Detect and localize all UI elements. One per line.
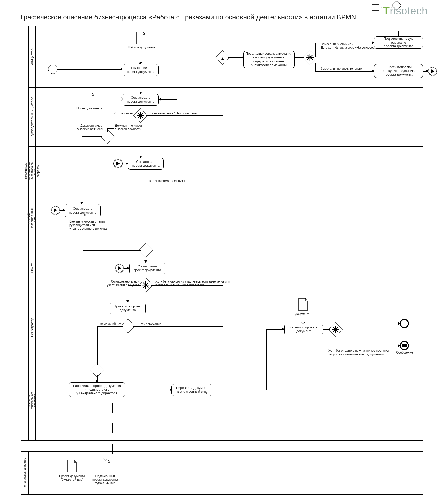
doc-draft-icon xyxy=(84,92,95,106)
lane-registrar: Регистратор Проверить проект документа З… xyxy=(28,295,423,359)
pool-label: Генеральный директор xyxy=(23,458,26,488)
link-catch-lawyer xyxy=(115,264,124,273)
cond-has-remarks: Есть замечания / Не согласовано xyxy=(150,112,199,115)
task-new-revision: Подготовить новую редакцию проекта докум… xyxy=(374,36,423,49)
cond-any-visa: Вне зависимости от визы xyxy=(148,179,186,183)
cond-no-remarks: Замечаний нет xyxy=(100,322,122,326)
task-approve-lawyer: Согласовать проект документа xyxy=(129,263,165,274)
lane-deputy: Заместитель генерального директора по об… xyxy=(28,147,423,195)
lane-label: Руководитель инициатора xyxy=(30,97,34,137)
lane-manager: Руководитель инициатора Проект документа… xyxy=(28,88,423,147)
logo: Trisotech xyxy=(383,5,428,17)
cond-any-visa-long: Вне зависимости от визы руководителя или… xyxy=(69,220,107,230)
lane-label: Инициатор xyxy=(30,48,34,65)
msg-label: Сообщение xyxy=(396,351,413,354)
multi-instance-marker: ||| ⊞ xyxy=(79,213,86,216)
task-to-electronic: Перевести документ в электронный вид xyxy=(171,384,212,396)
link-catch-collegial xyxy=(51,206,60,215)
task-approve-deputy: Согласовать проект документа xyxy=(128,158,164,170)
lane-label: Особый коллегиальный орган xyxy=(27,208,36,228)
lane-label: Секретарь генерального директора xyxy=(27,392,36,409)
task-check: Проверить проект документа xyxy=(110,303,146,314)
doc-signed-paper-icon xyxy=(100,459,111,473)
cond-one-remark: Хотя бы у одного из участников есть заме… xyxy=(155,280,231,287)
lane-secretary: Секретарь генерального директора Распеча… xyxy=(28,359,423,441)
cond-all-agreed: Согласовано всеми участниками процесса xyxy=(106,280,140,287)
page-title: Графическое описание бизнес-процесса «Ра… xyxy=(21,13,356,21)
doc-draft-label: Проект документа xyxy=(76,107,102,110)
link-catch-deputy xyxy=(113,159,123,168)
task-analyze: Проанализировать замечания к проекту док… xyxy=(243,51,295,68)
lane-collegial: Особый коллегиальный орган Согласовать п… xyxy=(28,195,423,241)
task-prepare: Подготовить проект документа xyxy=(123,64,159,76)
cond-agreed: Согласовано xyxy=(114,112,133,115)
link-throw-event xyxy=(428,67,437,76)
doc-signed-paper-label: Подписанный проект документа (бумажный в… xyxy=(92,474,118,485)
cond-has-remarks2: Есть замечания xyxy=(138,322,162,326)
cond-low-importance: Документ не имеет высокой важности xyxy=(114,124,143,131)
lane-initiator: Инициатор Шаблон документа Подготовить п… xyxy=(28,26,423,88)
pool-label-col xyxy=(21,26,29,440)
doc-document-icon xyxy=(298,298,308,311)
doc-paper-draft-icon xyxy=(67,459,77,473)
page: Графическое описание бизнес-процесса «Ра… xyxy=(0,0,438,504)
task-approve-mgr: Согласовать проект документа xyxy=(123,94,159,106)
lane-label: Юрист xyxy=(30,263,34,273)
task-approve-collegial: Согласовать проект документа ||| ⊞ xyxy=(65,204,101,217)
task-print-sign: Распечатать проект документа и подписать… xyxy=(69,382,125,397)
doc-document-label: Документ xyxy=(295,312,309,316)
task-minor-fix: Внести поправки в текущую редакцию проек… xyxy=(374,64,423,78)
start-event xyxy=(48,65,57,74)
lane-lawyer: Юрист Согласовать проект документа xyxy=(28,241,423,295)
lane-label: Регистратор xyxy=(30,318,34,337)
pool-director: Генеральный директор Проект документа (б… xyxy=(21,451,423,495)
pool-main: Инициатор Шаблон документа Подготовить п… xyxy=(21,26,423,441)
message-end-event xyxy=(400,341,409,350)
end-event xyxy=(400,319,409,328)
cond-insignificant: Замечания не значительные xyxy=(320,67,362,71)
doc-template-label: Шаблон документа xyxy=(128,46,155,49)
cond-high-importance: Документ имеет высокую важность xyxy=(76,124,104,131)
doc-paper-draft-label: Проект документа (бумажный вид) xyxy=(59,474,85,481)
cond-review-req: Хотя бы от одного из участников поступил… xyxy=(328,349,390,356)
task-register: Зарегистрировать документ xyxy=(284,324,323,335)
